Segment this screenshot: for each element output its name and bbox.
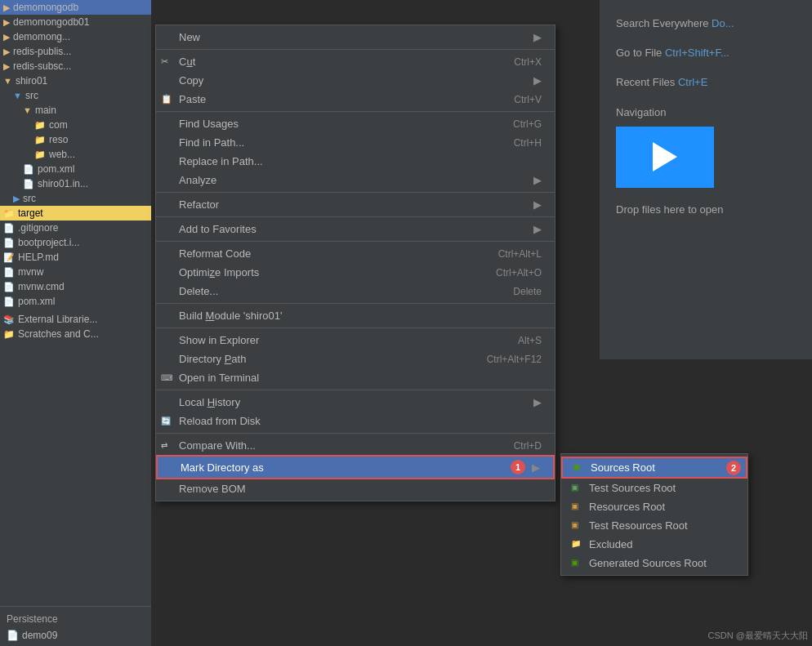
recent-files-label: Recent Files [616,76,675,88]
menu-item-replace[interactable]: Replace in Path... [156,152,555,171]
submenu-item-generated[interactable]: ▣ Generated Sources Root [561,554,747,572]
arrow-icon: ▶ [533,396,542,408]
tree-item[interactable]: ▼ main [0,103,151,118]
menu-item-analyze[interactable]: Analyze ▶ [156,171,555,189]
project-tree: ▶ demomongodb ▶ demomongodb01 ▶ demomong… [0,0,151,646]
tree-item-external[interactable]: 📚 External Librarie... [0,312,151,327]
menu-item-refactor[interactable]: Refactor ▶ [156,195,555,214]
tree-item[interactable]: 📁 reso [0,132,151,147]
tree-label: HELP.md [18,252,59,263]
menu-item-optimize[interactable]: Optimize Imports Ctrl+Alt+O [156,263,555,282]
cut-shortcut: Ctrl+X [514,56,542,68]
menu-item-reload[interactable]: 🔄 Reload from Disk [156,412,555,430]
tree-label: target [18,207,43,219]
arrow-icon: ▶ [533,31,542,43]
menu-separator [156,303,555,304]
menu-item-find-usages[interactable]: Find Usages Ctrl+G [156,114,555,133]
menu-item-remove-bom-label: Remove BOM [179,483,542,495]
tree-item[interactable]: 📝 HELP.md [0,250,151,265]
menu-item-find-path[interactable]: Find in Path... Ctrl+H [156,133,555,152]
tree-item[interactable]: 📄 pom.xml [0,162,151,176]
tree-label: shiro01.in... [38,178,88,189]
menu-item-add-favorites[interactable]: Add to Favorites ▶ [156,220,555,238]
menu-item-show-explorer[interactable]: Show in Explorer Alt+S [156,331,555,350]
tree-item[interactable]: ▶ src [0,191,151,206]
menu-item-compare[interactable]: ⇄ Compare With... Ctrl+D [156,436,555,455]
badge-1: 1 [511,460,525,474]
tree-item[interactable]: ▶ redis-publis... [0,44,151,59]
arrow-icon: ▶ [533,174,542,186]
submenu-item-excluded[interactable]: 📁 Excluded [561,535,747,554]
submenu-item-test-resources-root[interactable]: ▣ Test Resources Root [561,516,747,535]
cut-icon: ✂ [161,56,168,67]
submenu-mark-directory: ▣ Sources Root 2 ▣ Test Sources Root ▣ R… [560,453,748,576]
tree-item[interactable]: 📄 bootproject.i... [0,235,151,250]
tree-label: bootproject.i... [18,237,79,248]
arrow-icon: ▶ [532,461,540,474]
menu-separator [156,327,555,328]
submenu-sources-root-label: Sources Root [591,461,655,474]
menu-separator [156,49,555,50]
find-path-shortcut: Ctrl+H [514,137,542,149]
menu-separator [156,433,555,434]
tree-item-target[interactable]: 📁 target [0,206,151,221]
submenu-item-test-sources-root[interactable]: ▣ Test Sources Root [561,479,747,497]
tree-item[interactable]: 📁 com [0,118,151,132]
menu-separator [156,241,555,242]
tree-item[interactable]: 📄 .gitignore [0,221,151,235]
excluded-icon: 📁 [571,539,584,550]
tree-item-scratches[interactable]: 📁 Scratches and C... [0,327,151,341]
menu-item-delete-label: Delete... [179,285,513,297]
navigation-item: Navigation [616,105,796,188]
tree-item[interactable]: 📄 pom.xml [0,294,151,309]
tree-label: Scratches and C... [18,328,99,340]
menu-item-cut[interactable]: ✂ Cut Ctrl+X [156,52,555,71]
tree-label: redis-publis... [13,46,71,57]
tree-item[interactable]: 📄 mvnw.cmd [0,279,151,294]
tree-item[interactable]: ▼ src [0,88,151,103]
delete-shortcut: Delete [513,286,542,297]
dir-path-shortcut: Ctrl+Alt+F12 [487,354,542,365]
menu-item-build[interactable]: Build Module 'shiro01' [156,306,555,325]
persistence-item[interactable]: 📄 demo09 [7,628,145,643]
menu-item-reload-label: Reload from Disk [179,415,542,427]
menu-item-compare-label: Compare With... [179,439,514,452]
tree-item[interactable]: 📄 mvnw [0,265,151,279]
terminal-icon: ⌨ [161,373,172,382]
goto-file-item: Go to File Ctrl+Shift+F... [616,46,796,60]
sources-root-icon: ▣ [573,462,586,474]
tree-item[interactable]: 📄 shiro01.in... [0,176,151,191]
menu-separator [156,390,555,390]
menu-item-local-history[interactable]: Local History ▶ [156,393,555,412]
tree-item[interactable]: ▶ demomongodb01 [0,15,151,29]
paste-shortcut: Ctrl+V [514,94,542,105]
menu-item-paste[interactable]: 📋 Paste Ctrl+V [156,90,555,109]
tree-item[interactable]: ▶ demomongodb [0,0,151,15]
video-thumbnail[interactable] [616,127,714,188]
submenu-item-resources-root[interactable]: ▣ Resources Root [561,497,747,516]
menu-separator [156,216,555,217]
menu-item-reformat[interactable]: Reformat Code Ctrl+Alt+L [156,244,555,263]
menu-item-copy[interactable]: Copy ▶ [156,71,555,90]
menu-item-remove-bom[interactable]: Remove BOM [156,479,555,498]
menu-item-find-usages-label: Find Usages [179,118,513,130]
menu-item-delete[interactable]: Delete... Delete [156,282,555,301]
tree-item[interactable]: 📁 web... [0,147,151,162]
tree-item[interactable]: ▶ demomong... [0,29,151,44]
find-usages-shortcut: Ctrl+G [513,118,542,130]
tree-label: pom.xml [18,296,55,307]
menu-item-dir-path[interactable]: Directory Path Ctrl+Alt+F12 [156,350,555,368]
tree-item[interactable]: ▼ shiro01 [0,74,151,88]
tree-label: demomongodb01 [13,16,89,28]
menu-item-copy-label: Copy [179,74,527,87]
menu-item-open-terminal-label: Open in Terminal [179,372,542,384]
menu-item-new[interactable]: New ▶ [156,28,555,47]
submenu-item-sources-root[interactable]: ▣ Sources Root 2 [561,457,747,479]
tree-item[interactable]: ▶ redis-subsc... [0,59,151,74]
reformat-shortcut: Ctrl+Alt+L [498,248,542,260]
menu-item-open-terminal[interactable]: ⌨ Open in Terminal [156,368,555,387]
play-icon [653,142,677,172]
recent-files-item: Recent Files Ctrl+E [616,75,796,90]
menu-item-optimize-label: Optimize Imports [179,266,496,278]
menu-item-mark-directory[interactable]: Mark Directory as 1 ▶ [156,455,555,479]
